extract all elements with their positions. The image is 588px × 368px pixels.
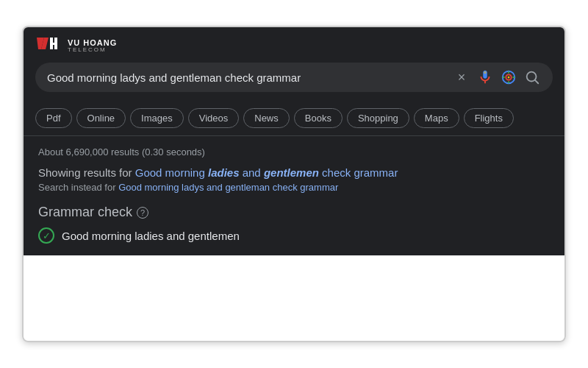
tab-videos[interactable]: Videos <box>188 108 240 128</box>
svg-line-14 <box>535 80 538 83</box>
svg-point-8 <box>508 77 510 79</box>
logo-telecom: TELECOM <box>68 47 117 53</box>
browser-chrome: VU HOANG TELECOM Good morning ladys and … <box>24 27 564 101</box>
svg-point-5 <box>484 71 487 74</box>
results-count: About 6,690,000 results (0.30 seconds) <box>38 146 550 158</box>
logo-text-block: VU HOANG TELECOM <box>68 39 117 53</box>
original-query-link[interactable]: Good morning ladys and gentleman check g… <box>118 182 338 193</box>
tab-news[interactable]: News <box>243 108 290 128</box>
showing-prefix: Showing results for <box>38 166 135 179</box>
image-search-button[interactable] <box>500 68 517 86</box>
spelling-correction: Showing results for Good morning ladies … <box>38 166 550 193</box>
tab-images[interactable]: Images <box>130 108 184 128</box>
filter-tabs: Pdf Online Images Videos News Books Shop… <box>24 101 564 136</box>
grammar-title-text: Grammar check <box>38 205 132 220</box>
vu-hoang-logo-icon <box>35 36 63 55</box>
tab-books[interactable]: Books <box>294 108 343 128</box>
search-glass-icon <box>524 69 540 85</box>
grammar-help-icon[interactable]: ? <box>137 207 148 219</box>
mic-icon <box>477 69 493 85</box>
grammar-section: Grammar check ? ✓ Good morning ladies an… <box>38 205 550 244</box>
search-instead-prefix: Search instead for <box>38 182 118 193</box>
corrected-sentence: Good morning ladies and gentlemen <box>62 230 240 242</box>
showing-results-text: Showing results for Good morning ladies … <box>38 166 550 179</box>
clear-button[interactable]: × <box>453 68 470 86</box>
clear-icon: × <box>458 70 466 85</box>
logo-area: VU HOANG TELECOM <box>35 36 553 55</box>
logo-vu-hoang: VU HOANG <box>68 39 117 47</box>
check-circle-icon: ✓ <box>38 227 54 244</box>
voice-search-button[interactable] <box>476 68 494 86</box>
grammar-result: ✓ Good morning ladies and gentlemen <box>38 227 550 244</box>
lens-icon <box>501 69 517 85</box>
results-area: About 6,690,000 results (0.30 seconds) S… <box>24 136 564 255</box>
search-query-text: Good morning ladys and gentleman check g… <box>47 71 447 84</box>
tab-shopping[interactable]: Shopping <box>347 108 409 128</box>
grammar-check-title: Grammar check ? <box>38 205 550 220</box>
search-bar[interactable]: Good morning ladys and gentleman check g… <box>35 63 553 92</box>
svg-rect-4 <box>54 38 57 49</box>
tab-flights[interactable]: Flights <box>464 108 514 128</box>
search-instead-text: Search instead for Good morning ladys an… <box>38 182 550 193</box>
browser-window: VU HOANG TELECOM Good morning ladys and … <box>22 26 566 342</box>
search-button[interactable] <box>523 68 541 86</box>
corrected-query-link[interactable]: Good morning ladies and gentlemen check … <box>135 166 398 179</box>
tab-maps[interactable]: Maps <box>414 108 459 128</box>
tab-online[interactable]: Online <box>76 108 126 128</box>
tab-pdf[interactable]: Pdf <box>35 108 72 128</box>
